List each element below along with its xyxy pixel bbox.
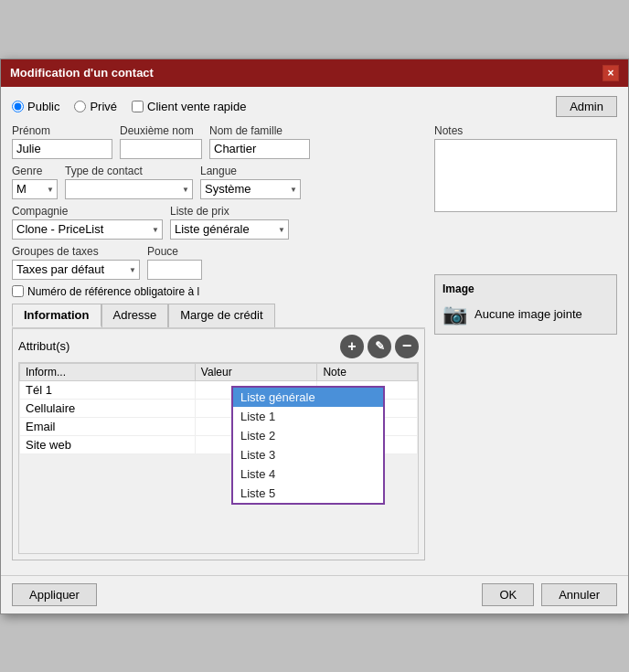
cell-inform: Email [20, 417, 196, 435]
tab-marge-credit[interactable]: Marge de crédit [168, 304, 274, 327]
checkbox-client-vente[interactable]: Client vente rapide [132, 100, 246, 113]
langue-label: Langue [200, 165, 301, 177]
prenom-label: Prénom [12, 124, 112, 137]
nom-famille-field: Nom de famille [209, 124, 310, 159]
notes-label: Notes [434, 124, 617, 137]
compagnie-select[interactable]: Clone - PriceList [12, 219, 163, 240]
pourcentage-input[interactable] [147, 260, 202, 280]
reference-label: Numéro de référence obligatoire à l [27, 285, 199, 298]
name-fields: Prénom Deuxième nom Nom de famille [12, 124, 425, 159]
image-box: Image 📷 Aucune image jointe [434, 274, 617, 335]
notes-textarea[interactable] [434, 139, 617, 212]
radio-group: Public Privé Client vente rapide [12, 100, 549, 113]
prenom-input[interactable] [12, 139, 112, 159]
cell-inform: Cellulaire [20, 399, 196, 417]
genre-select[interactable]: M [12, 179, 58, 199]
attributes-header: Attribut(s) + ✎ − [18, 335, 419, 358]
deuxieme-nom-field: Deuxième nom [120, 124, 202, 159]
admin-button[interactable]: Admin [556, 96, 617, 117]
no-image-text: Aucune image jointe [474, 307, 582, 321]
groupes-taxes-label: Groupes de taxes [12, 245, 140, 258]
deuxieme-nom-label: Deuxième nom [120, 124, 202, 137]
groupes-taxes-select[interactable]: Taxes par défaut [12, 260, 140, 280]
pourcentage-field: Pouce [147, 245, 202, 280]
liste-prix-dropdown: Liste générale Liste 1 Liste 2 Liste 3 L… [231, 386, 385, 505]
col-inform: Inform... [20, 363, 196, 380]
bottom-row: Appliquer OK Annuler [1, 575, 628, 613]
add-attribute-button[interactable]: + [340, 335, 364, 358]
close-button[interactable]: × [602, 65, 619, 81]
compagnie-prix-fields: Compagnie Clone - PriceList Liste de pri… [12, 205, 425, 240]
dropdown-item-1[interactable]: Liste 1 [233, 407, 383, 426]
icon-buttons: + ✎ − [340, 335, 419, 358]
notes-field: Notes [434, 124, 617, 212]
reference-checkbox[interactable] [12, 285, 24, 297]
attributes-label: Attribut(s) [18, 339, 69, 353]
type-contact-label: Type de contact [65, 165, 193, 177]
ok-button[interactable]: OK [482, 583, 534, 606]
annuler-button[interactable]: Annuler [541, 583, 617, 606]
groupes-taxes-field: Groupes de taxes Taxes par défaut [12, 245, 140, 280]
col-note: Note [317, 363, 418, 380]
tab-adresse[interactable]: Adresse [101, 304, 169, 327]
dropdown-item-5[interactable]: Liste 5 [233, 484, 383, 503]
dialog-title: Modification d'un contact [10, 66, 154, 80]
tabs-row: Information Adresse Marge de crédit [12, 304, 425, 329]
liste-prix-field: Liste de prix Liste générale [170, 205, 289, 240]
dialog-body: Public Privé Client vente rapide Admin [1, 87, 628, 570]
ok-annuler-buttons: OK Annuler [482, 583, 617, 606]
remove-attribute-button[interactable]: − [395, 335, 419, 358]
radio-prive[interactable]: Privé [74, 100, 117, 113]
left-content: Prénom Deuxième nom Nom de famille [12, 124, 425, 560]
radio-public[interactable]: Public [12, 100, 59, 113]
langue-select[interactable]: Système [200, 179, 301, 199]
dropdown-item-2[interactable]: Liste 2 [233, 426, 383, 445]
image-label: Image [442, 283, 609, 295]
image-content: 📷 Aucune image jointe [442, 303, 609, 326]
liste-prix-select[interactable]: Liste générale [170, 219, 289, 240]
cell-inform: Tél 1 [20, 380, 196, 399]
dialog-window: Modification d'un contact × Public Privé… [0, 59, 629, 614]
taxes-fields: Groupes de taxes Taxes par défaut Pouce [12, 245, 425, 280]
prenom-field: Prénom [12, 124, 112, 159]
camera-icon: 📷 [442, 303, 467, 326]
dropdown-item-0[interactable]: Liste générale [233, 388, 383, 407]
pourcentage-label: Pouce [147, 245, 202, 258]
appliquer-button[interactable]: Appliquer [12, 583, 97, 606]
type-contact-field: Type de contact [65, 165, 193, 199]
prix-section: Compagnie Clone - PriceList Liste de pri… [12, 205, 425, 240]
top-row: Public Privé Client vente rapide Admin [12, 96, 617, 117]
side-panel: Notes Image 📷 Aucune image jointe [434, 124, 617, 560]
tab-information[interactable]: Information [12, 304, 101, 327]
dropdown-item-3[interactable]: Liste 3 [233, 445, 383, 464]
liste-prix-label: Liste de prix [170, 205, 289, 218]
langue-field: Langue Système [200, 165, 301, 199]
col-valeur: Valeur [195, 363, 317, 380]
compagnie-label: Compagnie [12, 205, 163, 218]
genre-label: Genre [12, 165, 58, 177]
radio-public-label: Public [27, 100, 59, 113]
radio-prive-input[interactable] [74, 101, 86, 112]
edit-attribute-button[interactable]: ✎ [368, 335, 391, 358]
compagnie-field: Compagnie Clone - PriceList [12, 205, 163, 240]
deuxieme-nom-input[interactable] [120, 139, 202, 159]
nom-famille-label: Nom de famille [209, 124, 310, 137]
cell-inform: Site web [20, 435, 196, 453]
dropdown-item-4[interactable]: Liste 4 [233, 464, 383, 484]
genre-field: Genre M [12, 165, 58, 199]
nom-famille-input[interactable] [209, 139, 310, 159]
radio-prive-label: Privé [90, 100, 117, 113]
type-contact-select[interactable] [65, 179, 193, 199]
checkbox-client-vente-label: Client vente rapide [147, 100, 246, 113]
title-bar: Modification d'un contact × [1, 59, 628, 87]
radio-public-input[interactable] [12, 101, 24, 112]
checkbox-client-vente-input[interactable] [132, 101, 144, 112]
genre-fields: Genre M Type de contact [12, 165, 425, 199]
reference-row: Numéro de référence obligatoire à l [12, 285, 425, 298]
main-content: Prénom Deuxième nom Nom de famille [12, 124, 617, 560]
